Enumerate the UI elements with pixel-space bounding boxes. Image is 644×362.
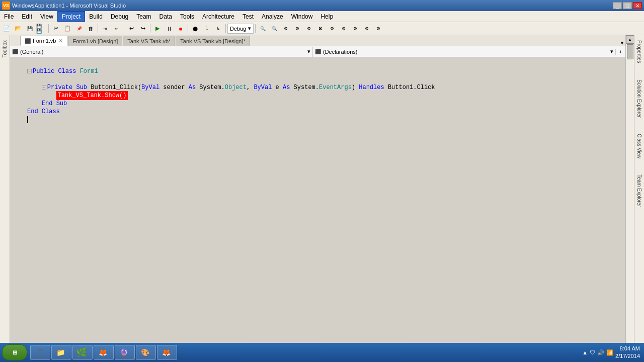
code-nav: ⬛ (General) ▾ ⬛ (Declarations) ▾ + bbox=[10, 46, 625, 57]
menu-architecture[interactable]: Architecture bbox=[198, 11, 238, 22]
maximize-button[interactable]: □ bbox=[623, 2, 632, 9]
tb-misc4[interactable]: ⚙ bbox=[292, 23, 303, 34]
tb-step-into[interactable]: ↳ bbox=[213, 23, 224, 34]
tb-indent[interactable]: ⇥ bbox=[100, 23, 111, 34]
menu-project[interactable]: Project bbox=[57, 11, 85, 22]
sidebar-properties[interactable]: Properties bbox=[635, 37, 643, 66]
menu-build[interactable]: Build bbox=[85, 11, 107, 22]
minimize-button[interactable]: _ bbox=[613, 2, 622, 9]
close-button[interactable]: ✕ bbox=[633, 2, 642, 9]
tb-saveall[interactable]: 💾💾 bbox=[36, 23, 47, 34]
tab-tank-vb[interactable]: Tank VS Tank.vb* bbox=[123, 36, 175, 46]
sidebar-toolbox[interactable]: Toolbox bbox=[1, 37, 9, 60]
tb-undo[interactable]: ↩ bbox=[126, 23, 137, 34]
menu-tools[interactable]: Tools bbox=[176, 11, 198, 22]
tb-misc11[interactable]: ⚙ bbox=[373, 23, 384, 34]
tb-misc2[interactable]: 🔍 bbox=[269, 23, 280, 34]
clock[interactable]: 8:04 AM 2/17/2014 bbox=[615, 345, 642, 360]
taskbar-firefox2[interactable]: 🦊 bbox=[157, 345, 177, 360]
sidebar-solution-explorer[interactable]: Solution Explorer bbox=[635, 76, 643, 121]
tb-delete[interactable]: 🗑 bbox=[85, 23, 96, 34]
menu-data[interactable]: Data bbox=[155, 11, 176, 22]
paint-icon: 🎨 bbox=[140, 348, 149, 357]
taskbar-app3[interactable]: 🌿 bbox=[72, 345, 93, 360]
editor-area: Toolbox ⬛ Form1.vb ✕ Form1.vb [Design] T… bbox=[0, 35, 644, 362]
taskbar-vs[interactable]: 🔮 bbox=[115, 345, 135, 360]
menu-help[interactable]: Help bbox=[316, 11, 337, 22]
tab-form1-vb-close[interactable]: ✕ bbox=[59, 38, 63, 43]
clock-date: 2/17/2014 bbox=[615, 352, 640, 360]
tb-sep4 bbox=[150, 24, 150, 33]
tb-copy[interactable]: 📋 bbox=[62, 23, 73, 34]
taskbar-itunes[interactable]: 🎵 bbox=[30, 345, 50, 360]
v-scroll-thumb[interactable] bbox=[627, 44, 633, 59]
v-scroll-up[interactable]: ▲ bbox=[626, 35, 634, 44]
tb-misc7[interactable]: ⚙ bbox=[327, 23, 338, 34]
tb-misc3[interactable]: ⚙ bbox=[280, 23, 291, 34]
tb-misc6[interactable]: ✖ bbox=[315, 23, 326, 34]
menu-window[interactable]: Window bbox=[287, 11, 317, 22]
menu-debug[interactable]: Debug bbox=[107, 11, 132, 22]
highlighted-code: Tank_VS_Tank.Show() bbox=[56, 91, 128, 100]
tb-redo[interactable]: ↪ bbox=[137, 23, 148, 34]
sidebar-class-view[interactable]: Class View bbox=[635, 131, 643, 161]
systray-icon3: 🔊 bbox=[597, 349, 604, 356]
taskbar-firefox[interactable]: 🦊 bbox=[94, 345, 114, 360]
tb-misc8[interactable]: ⚙ bbox=[338, 23, 349, 34]
code-nav-member[interactable]: ⬛ (Declarations) ▾ bbox=[313, 47, 615, 57]
right-sidebar: Properties Solution Explorer Class View … bbox=[634, 35, 644, 362]
code-nav-expand[interactable]: + bbox=[615, 49, 625, 55]
start-button[interactable]: ⊞ bbox=[2, 344, 27, 360]
tb-sep2 bbox=[98, 24, 98, 33]
cursor bbox=[27, 116, 32, 123]
code-nav-scope[interactable]: ⬛ (General) ▾ bbox=[10, 47, 313, 57]
tb-step-over[interactable]: ⤵ bbox=[201, 23, 212, 34]
tb-outdent[interactable]: ⇤ bbox=[111, 23, 122, 34]
v-scroll-track[interactable] bbox=[626, 44, 634, 353]
menu-analyze[interactable]: Analyze bbox=[258, 11, 287, 22]
tb-cut[interactable]: ✂ bbox=[50, 23, 61, 34]
taskbar-explorer[interactable]: 📁 bbox=[51, 345, 71, 360]
tb-run[interactable]: ▶ bbox=[152, 23, 163, 34]
tb-sep3 bbox=[124, 24, 124, 33]
menu-team[interactable]: Team bbox=[132, 11, 155, 22]
tb-bp[interactable]: ⬤ bbox=[190, 23, 201, 34]
tb-misc1[interactable]: 🔍 bbox=[257, 23, 268, 34]
tb-misc10[interactable]: ⚙ bbox=[361, 23, 372, 34]
explorer-icon: 📁 bbox=[56, 348, 65, 357]
tb-sep5 bbox=[188, 24, 188, 33]
title-bar-left: VS WindowsApplication1 - Microsoft Visua… bbox=[2, 2, 126, 10]
tb-config-dropdown[interactable]: Debug ▾ bbox=[227, 24, 254, 34]
menu-test[interactable]: Test bbox=[238, 11, 258, 22]
start-label: ⊞ bbox=[13, 349, 17, 356]
tb-stop[interactable]: ■ bbox=[175, 23, 186, 34]
code-nav-scope-value: (General) bbox=[20, 49, 43, 55]
collapse-class[interactable]: - bbox=[27, 69, 32, 73]
collapse-sub[interactable]: - bbox=[42, 85, 46, 89]
systray-network: 📶 bbox=[606, 349, 613, 356]
tb-pause[interactable]: ⏸ bbox=[164, 23, 175, 34]
tb-misc5[interactable]: ⚙ bbox=[303, 23, 314, 34]
right-scroll: ▲ ▼ bbox=[625, 35, 634, 362]
tb-save[interactable]: 💾 bbox=[24, 23, 35, 34]
taskbar-right: ▲ 🛡 🔊 📶 8:04 AM 2/17/2014 bbox=[582, 345, 642, 360]
menu-file[interactable]: File bbox=[0, 11, 18, 22]
tab-form1-design[interactable]: Form1.vb [Design] bbox=[68, 36, 122, 46]
tab-form1-vb[interactable]: ⬛ Form1.vb ✕ bbox=[20, 36, 67, 46]
tab-tank-design[interactable]: Tank VS Tank.vb [Design]* bbox=[176, 36, 250, 46]
itunes-icon: 🎵 bbox=[35, 348, 44, 357]
tab-tank-vb-label: Tank VS Tank.vb* bbox=[127, 38, 171, 44]
sidebar-team-explorer[interactable]: Team Explorer bbox=[635, 171, 643, 210]
code-editor[interactable]: -Public Class Form1 -Private Sub Button1… bbox=[10, 57, 625, 343]
tb-new[interactable]: 📄 bbox=[1, 23, 12, 34]
taskbar-paint[interactable]: 🎨 bbox=[136, 345, 156, 360]
menu-edit[interactable]: Edit bbox=[18, 11, 36, 22]
tb-sep7 bbox=[255, 24, 256, 33]
window-controls[interactable]: _ □ ✕ bbox=[613, 2, 642, 9]
tab-scroll-arrow[interactable]: ▾ bbox=[619, 40, 625, 46]
tb-paste[interactable]: 📌 bbox=[73, 23, 85, 34]
menu-view[interactable]: View bbox=[36, 11, 57, 22]
tb-open[interactable]: 📂 bbox=[13, 23, 24, 34]
tb-misc9[interactable]: ⚙ bbox=[350, 23, 361, 34]
tab-form1-vb-label: Form1.vb bbox=[33, 38, 56, 44]
